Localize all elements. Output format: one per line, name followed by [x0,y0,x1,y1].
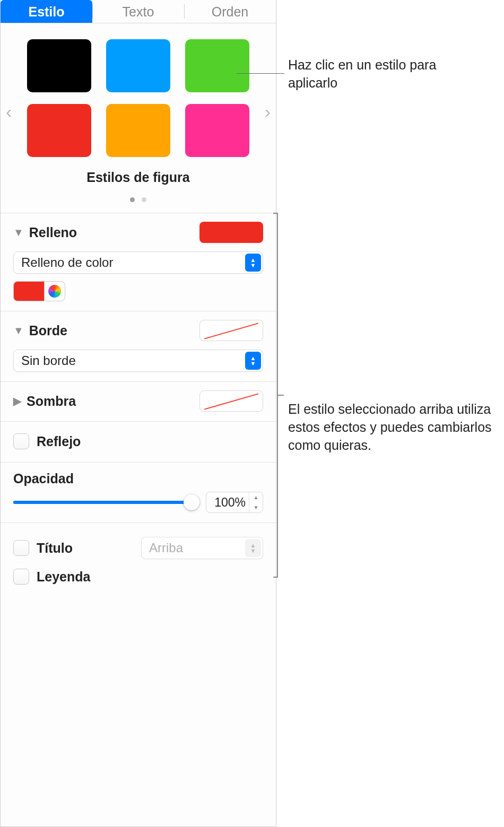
styles-prev-icon[interactable]: ‹ [4,95,14,127]
border-none-well[interactable] [199,320,263,341]
opacity-stepper[interactable]: ▲ ▼ [249,492,263,512]
callout-click-style: Haz clic en un estilo para aplicarlo [288,56,479,92]
border-type-select[interactable]: Sin borde ▲▼ [13,350,263,372]
style-swatch-pink[interactable] [185,104,249,157]
callout-effects: El estilo seleccionado arriba utiliza es… [288,401,500,454]
border-label: Borde [29,323,67,338]
inspector-tabs: Estilo Texto Orden [1,0,276,23]
tab-style[interactable]: Estilo [1,0,92,23]
fill-label: Relleno [29,225,77,240]
opacity-value-box[interactable]: 100% ▲ ▼ [206,492,263,513]
legend-checkbox[interactable] [13,569,29,585]
opacity-value: 100% [206,495,249,510]
chevron-down-icon: ▼ [13,325,24,337]
style-swatch-grid [10,39,266,157]
style-page-indicator[interactable] [10,190,266,205]
reflection-checkbox[interactable] [13,433,29,449]
style-swatch-orange[interactable] [106,104,170,157]
style-swatches-area: ‹ › Estilos de figura [1,23,276,205]
reflection-label: Reflejo [37,434,81,449]
style-swatch-red[interactable] [27,104,91,157]
title-position-select: Arriba ▲▼ [141,537,263,559]
select-stepper-icon: ▲▼ [245,352,261,370]
shadow-label: Sombra [27,394,76,409]
style-swatch-black[interactable] [27,39,91,92]
chevron-down-icon: ▼ [13,227,24,239]
section-shadow: ▶ Sombra [1,382,276,422]
fill-type-select[interactable]: Relleno de color ▲▼ [13,251,263,274]
color-wheel-icon [48,285,61,298]
fill-color-swatch[interactable] [13,281,44,301]
tab-text[interactable]: Texto [92,0,184,23]
select-stepper-icon: ▲▼ [245,539,261,557]
border-disclosure[interactable]: ▼ Borde [13,323,67,338]
format-inspector-panel: Estilo Texto Orden ‹ › Estilos de figura… [0,0,276,827]
tab-order[interactable]: Orden [184,0,276,23]
style-swatch-blue[interactable] [106,39,170,92]
title-label: Título [37,541,73,556]
style-swatch-green[interactable] [185,39,249,92]
fill-disclosure[interactable]: ▼ Relleno [13,225,77,240]
shadow-none-well[interactable] [199,390,263,412]
fill-color-well[interactable] [199,222,263,243]
select-stepper-icon: ▲▼ [245,254,261,272]
stepper-down-icon[interactable]: ▼ [249,502,263,512]
callout-bracket [272,212,285,578]
title-checkbox[interactable] [13,540,29,556]
fill-type-value: Relleno de color [21,255,113,270]
stepper-up-icon[interactable]: ▲ [249,492,263,502]
chevron-right-icon: ▶ [13,395,21,407]
section-reflection: Reflejo [1,422,276,463]
page-dot-1[interactable] [130,197,135,202]
opacity-label: Opacidad [13,471,263,486]
title-position-value: Arriba [149,541,183,555]
legend-label: Leyenda [37,569,90,585]
page-dot-2[interactable] [142,197,146,202]
slider-thumb[interactable] [184,494,199,510]
styles-next-icon[interactable]: › [263,95,273,127]
section-opacity: Opacidad 100% ▲ ▼ [1,463,276,523]
section-fill: ▼ Relleno Relleno de color ▲▼ [1,213,276,311]
opacity-slider[interactable] [13,494,196,510]
shadow-disclosure[interactable]: ▶ Sombra [13,394,76,409]
color-wheel-button[interactable] [44,281,65,301]
style-swatches-caption: Estilos de figura [10,170,266,185]
border-type-value: Sin borde [21,353,76,368]
callout-leader-line [237,73,284,74]
section-title-legend: Título Arriba ▲▼ Leyenda [1,523,276,602]
section-border: ▼ Borde Sin borde ▲▼ [1,311,276,382]
fill-color-pair [13,281,263,301]
